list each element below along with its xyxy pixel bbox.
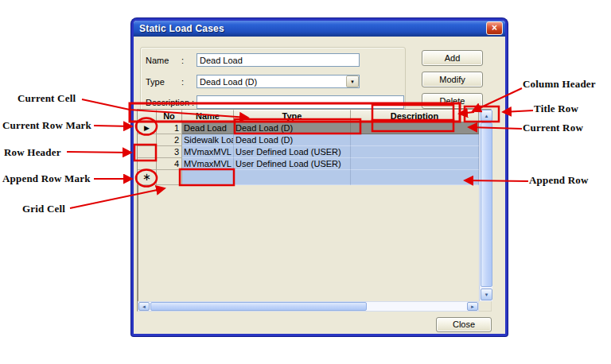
name-colon: : xyxy=(181,56,184,65)
cell-type-2[interactable]: Dead Load (D) xyxy=(234,134,351,146)
description-label: Description : xyxy=(146,98,194,107)
cell-description-1[interactable] xyxy=(351,122,479,134)
grid-corner-header[interactable] xyxy=(138,110,157,122)
load-cases-grid: No Name Type Description ▶ 1 Dead Load D… xyxy=(137,109,492,312)
chevron-down-icon[interactable]: ▼ xyxy=(481,288,492,300)
cell-no-2[interactable]: 2 xyxy=(157,134,182,146)
annotation-append-row-label: Append Row xyxy=(529,174,589,187)
current-row-mark-icon: ▶ xyxy=(144,124,150,132)
name-input[interactable] xyxy=(197,53,360,67)
cell-name-3[interactable]: MVmaxMVL xyxy=(182,146,234,158)
cell-description-3[interactable] xyxy=(351,146,479,158)
name-label: Name xyxy=(146,56,169,65)
cell-type-3[interactable]: User Defined Load (USER) xyxy=(234,146,351,158)
row-header-2[interactable] xyxy=(138,134,157,146)
annotation-title-row-label: Title Row xyxy=(534,103,578,115)
type-select-value: Dead Load (D) xyxy=(197,77,346,87)
row-header-1[interactable]: ▶ xyxy=(138,122,157,134)
annotation-append-row-mark-label: Append Row Mark xyxy=(2,172,91,185)
vertical-scrollbar-thumb[interactable] xyxy=(481,122,492,287)
cell-description-2[interactable] xyxy=(351,134,479,146)
annotation-current-row-label: Current Row xyxy=(523,122,583,134)
cell-name-2[interactable]: Sidewalk Loa xyxy=(182,134,234,146)
cell-name-4[interactable]: MVmaxMVL xyxy=(182,158,234,170)
column-header-no[interactable]: No xyxy=(157,110,182,122)
append-cell-no[interactable] xyxy=(157,170,182,185)
type-select[interactable]: Dead Load (D) ▼ xyxy=(197,75,360,88)
description-input[interactable] xyxy=(197,95,404,109)
close-button[interactable]: Close xyxy=(436,317,492,332)
cell-no-1[interactable]: 1 xyxy=(157,122,182,134)
chevron-right-icon[interactable]: ► xyxy=(467,302,478,311)
annotation-row-header-label: Row Header xyxy=(4,146,61,159)
append-cell-description[interactable] xyxy=(351,170,479,185)
cell-description-4[interactable] xyxy=(351,158,479,170)
grid-empty-area xyxy=(138,185,479,301)
append-row-mark-icon: ∗ xyxy=(142,171,151,183)
type-colon: : xyxy=(181,77,184,87)
cell-type-1[interactable]: Dead Load (D) xyxy=(234,122,351,134)
cell-name-1[interactable]: Dead Load xyxy=(182,122,234,134)
annotation-current-cell-label: Current Cell xyxy=(18,92,76,105)
cell-no-3[interactable]: 3 xyxy=(157,146,182,158)
vertical-scrollbar[interactable]: ▲ ▼ xyxy=(479,110,492,301)
static-load-cases-dialog: Static Load Cases × Name : Type : Dead L… xyxy=(131,18,508,336)
column-header-type[interactable]: Type xyxy=(234,110,351,122)
chevron-left-icon[interactable]: ◄ xyxy=(138,302,150,311)
append-cell-type[interactable] xyxy=(234,170,351,185)
annotation-column-header-label: Column Header xyxy=(523,78,596,91)
row-header-4[interactable] xyxy=(138,158,157,170)
column-header-description[interactable]: Description xyxy=(351,110,479,122)
window-title: Static Load Cases xyxy=(139,23,502,34)
row-header-3[interactable] xyxy=(138,146,157,158)
chevron-down-icon[interactable]: ▼ xyxy=(346,76,359,87)
append-cell-name[interactable] xyxy=(182,170,234,185)
cell-no-4[interactable]: 4 xyxy=(157,158,182,170)
modify-button[interactable]: Modify xyxy=(422,72,483,87)
annotation-arrow-current-row-mark xyxy=(94,126,132,126)
chevron-up-icon[interactable]: ▲ xyxy=(481,110,492,122)
cell-type-4[interactable]: User Defined Load (USER) xyxy=(234,158,351,170)
horizontal-scrollbar[interactable]: ◄ ► xyxy=(138,301,479,312)
add-button[interactable]: Add xyxy=(422,50,483,66)
title-bar[interactable]: Static Load Cases xyxy=(134,21,505,37)
annotation-arrow-row-header xyxy=(67,152,131,153)
horizontal-scrollbar-thumb[interactable] xyxy=(150,302,367,311)
type-label: Type xyxy=(146,77,165,87)
column-header-name[interactable]: Name xyxy=(182,110,234,122)
annotation-grid-cell-label: Grid Cell xyxy=(22,203,65,215)
delete-button[interactable]: Delete xyxy=(422,93,483,109)
annotation-current-row-mark-label: Current Row Mark xyxy=(2,119,91,132)
append-row-header[interactable]: ∗ xyxy=(138,170,157,185)
close-icon[interactable]: × xyxy=(486,21,503,35)
screenshot-stage: Static Load Cases × Name : Type : Dead L… xyxy=(0,0,611,364)
